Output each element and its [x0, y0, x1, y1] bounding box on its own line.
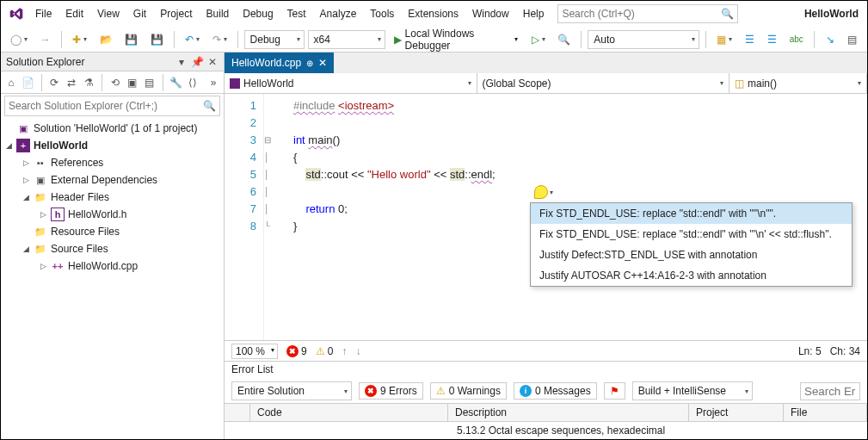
redo-button[interactable]: ↷ — [207, 30, 231, 49]
collapse-icon[interactable]: ▣ — [126, 74, 139, 91]
switch-view-icon[interactable]: ⇄ — [65, 74, 78, 91]
global-search-input[interactable] — [562, 8, 721, 20]
tree-source-file[interactable]: ▷++ HelloWorld.cpp — [1, 257, 224, 275]
col-file[interactable]: File — [784, 404, 867, 421]
undo-button[interactable]: ↶ — [181, 30, 204, 49]
warnings-filter-button[interactable]: ⚠0 Warnings — [430, 382, 507, 400]
menu-project[interactable]: Project — [153, 4, 199, 23]
tree-solution-root[interactable]: ▣ Solution 'HelloWorld' (1 of 1 project) — [1, 120, 224, 137]
properties-icon[interactable]: 🔧 — [169, 74, 182, 91]
show-all-icon[interactable]: ▤ — [143, 74, 157, 91]
menu-git[interactable]: Git — [126, 4, 153, 23]
tree-header-file[interactable]: ▷h HelloWorld.h — [1, 206, 224, 223]
tree-header-files[interactable]: ◢📁 Header Files — [1, 189, 224, 206]
error-list-search[interactable] — [800, 382, 860, 400]
menu-extensions[interactable]: Extensions — [401, 4, 465, 23]
refresh-icon[interactable]: ⟲ — [108, 74, 122, 91]
quickfix-item[interactable]: Fix STD_ENDL_USE: replace "std::endl" wi… — [531, 203, 852, 224]
cpp-file-icon: ++ — [51, 259, 65, 273]
menu-help[interactable]: Help — [516, 4, 551, 23]
error-count-badge[interactable]: ✖9 — [286, 345, 307, 357]
next-issue-button[interactable]: ↓ — [355, 345, 360, 357]
tool-6-button[interactable]: ▤ — [843, 30, 862, 49]
menu-file[interactable]: File — [28, 4, 58, 23]
col-code[interactable]: Code — [250, 404, 448, 421]
spellcheck-button[interactable]: abc — [785, 30, 808, 49]
tool-2-button[interactable]: ☰ — [740, 30, 759, 49]
new-item-button[interactable]: ✚ — [68, 30, 91, 49]
lightbulb-quickfix[interactable]: ▾ — [534, 185, 553, 199]
tree-references[interactable]: ▷▪▪ References — [1, 154, 224, 171]
home-icon[interactable]: ⌂ — [4, 74, 18, 91]
close-icon[interactable]: ✕ — [318, 57, 327, 69]
references-icon: ▪▪ — [34, 156, 47, 170]
breadcrumb-project[interactable]: HelloWorld — [225, 73, 477, 93]
quickfix-item[interactable]: Fix STD_ENDL_USE: replace "std::endl" wi… — [531, 224, 852, 245]
tool-5-button[interactable]: ↘ — [821, 30, 840, 49]
editor-tab-active[interactable]: HelloWorld.cpp ⊕ ✕ — [225, 53, 334, 73]
open-file-button[interactable]: 📂 — [95, 30, 117, 49]
warning-count-badge[interactable]: ⚠0 — [316, 345, 334, 357]
sync-icon[interactable]: ⟳ — [48, 74, 62, 91]
nav-back-button[interactable]: ◯ — [6, 30, 32, 49]
code-editor[interactable]: 12345678 ⊟││││└ #include <iostream> int … — [225, 94, 867, 340]
menu-test[interactable]: Test — [280, 4, 313, 23]
solution-explorer-search[interactable]: 🔍 — [4, 96, 220, 116]
menu-view[interactable]: View — [90, 4, 126, 23]
tree-resource-files[interactable]: 📁 Resource Files — [1, 223, 224, 240]
error-list-row[interactable]: 5.13.2 Octal escape sequences, hexadecim… — [225, 422, 867, 439]
save-button[interactable]: 💾 — [120, 30, 143, 49]
breadcrumb-func[interactable]: ◫ main() — [729, 73, 867, 93]
menu-edit[interactable]: Edit — [58, 4, 90, 23]
h-file-icon: h — [51, 208, 65, 221]
messages-filter-button[interactable]: i0 Messages — [514, 382, 597, 400]
save-all-button[interactable]: 💾 — [145, 30, 168, 49]
platform-combo[interactable]: x64 — [308, 30, 385, 49]
global-search[interactable]: 🔍 — [557, 4, 738, 23]
prev-issue-button[interactable]: ↑ — [342, 345, 347, 357]
menu-window[interactable]: Window — [465, 4, 516, 23]
folder-icon: 📁 — [34, 225, 47, 239]
col-project[interactable]: Project — [689, 404, 784, 421]
tool-icon[interactable]: 📄 — [22, 74, 35, 91]
close-icon[interactable]: ✕ — [206, 56, 219, 68]
pin-icon[interactable]: ⊕ — [306, 59, 313, 68]
preview-icon[interactable]: ⟨⟩ — [186, 74, 200, 91]
auto-combo[interactable]: Auto — [588, 30, 699, 49]
tool-1-button[interactable]: ▦ — [712, 30, 736, 49]
tree-external-deps[interactable]: ▷▣ External Dependencies — [1, 171, 224, 189]
panel-dropdown-icon[interactable]: ▾ — [175, 56, 188, 68]
error-list-columns: Code Description Project File — [225, 403, 867, 422]
nav-fwd-button[interactable]: → — [35, 30, 55, 49]
config-combo[interactable]: Debug — [244, 30, 305, 49]
overflow-icon[interactable]: » — [206, 74, 220, 91]
find-button[interactable]: 🔍 — [553, 30, 576, 49]
col-desc[interactable]: Description — [448, 404, 689, 421]
start-debug-button[interactable]: ▶Local Windows Debugger▾ — [389, 30, 524, 49]
tree-source-files[interactable]: ◢📁 Source Files — [1, 240, 224, 257]
filter-icon[interactable]: ⚗ — [82, 74, 95, 91]
start-without-debug-button[interactable]: ▷ — [526, 30, 549, 49]
outlining-margin[interactable]: ⊟││││└ — [264, 94, 276, 340]
menu-debug[interactable]: Debug — [236, 4, 280, 23]
build-intellisense-combo[interactable]: Build + IntelliSense — [632, 381, 753, 400]
menu-tools[interactable]: Tools — [363, 4, 401, 23]
editor-area: HelloWorld.cpp ⊕ ✕ HelloWorld (Global Sc… — [225, 53, 867, 439]
solution-name-label: HelloWorld — [799, 4, 864, 23]
breadcrumb-scope[interactable]: (Global Scope) — [477, 73, 730, 93]
quickfix-item[interactable]: Justify AUTOSAR C++14:A16-2-3 with annot… — [531, 265, 852, 286]
pin-icon[interactable]: 📌 — [191, 56, 203, 68]
search-icon: 🔍 — [203, 100, 216, 112]
menu-build[interactable]: Build — [200, 4, 237, 23]
code-content[interactable]: #include <iostream> int main() { std::co… — [276, 94, 496, 340]
tree-project[interactable]: ◢+ HelloWorld — [1, 137, 224, 154]
menu-analyze[interactable]: Analyze — [313, 4, 364, 23]
error-scope-combo[interactable]: Entire Solution — [231, 381, 352, 400]
quickfix-item[interactable]: Justify Defect:STD_ENDL_USE with annotat… — [531, 245, 852, 265]
solution-explorer-toolbar: ⌂ 📄 ⟳ ⇄ ⚗ ⟲ ▣ ▤ 🔧 ⟨⟩ » — [1, 71, 224, 94]
clear-filter-button[interactable]: ⚑ — [604, 382, 625, 400]
solution-explorer-search-input[interactable] — [9, 100, 203, 112]
errors-filter-button[interactable]: ✖9 Errors — [359, 382, 423, 400]
zoom-combo[interactable]: 100 % — [231, 344, 278, 359]
tool-3-button[interactable]: ☰ — [762, 30, 781, 49]
